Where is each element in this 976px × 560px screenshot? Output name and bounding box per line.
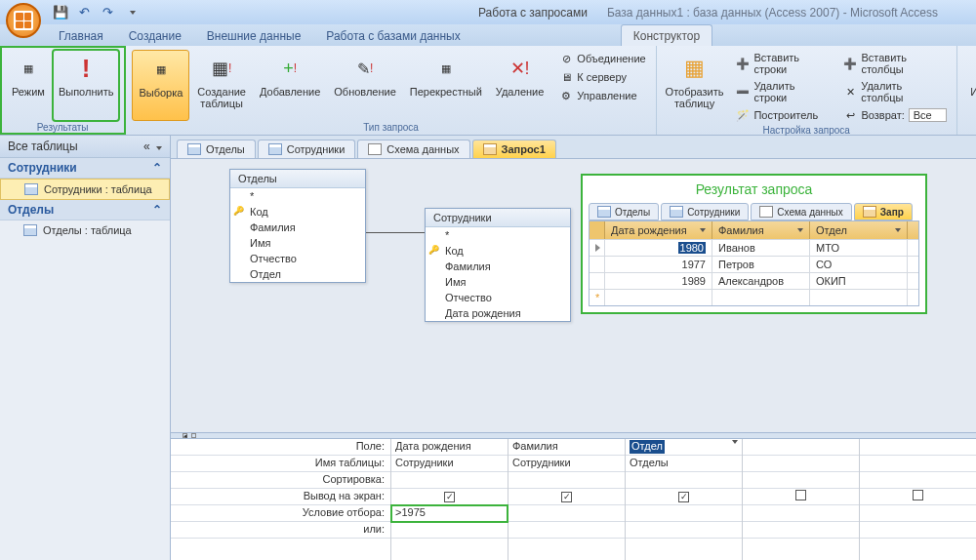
col-header-surname[interactable]: Фамилия [712, 221, 810, 239]
relationship-icon [759, 206, 773, 218]
insert-col-icon: ➕ [843, 57, 857, 70]
ribbon-tabs: Главная Создание Внешние данные Работа с… [0, 24, 976, 46]
dropdown-icon[interactable] [732, 440, 738, 444]
delete-button[interactable]: ✕! Удаление [490, 50, 550, 121]
rtab-otdely[interactable]: Отделы [589, 203, 659, 220]
ribbon: ▦ Режим ! Выполнить Результаты ▦ Выборка… [0, 46, 976, 136]
insert-row-icon: ➕ [736, 57, 750, 70]
contextual-title: Работа с запросами [478, 6, 588, 20]
tab-external[interactable]: Внешние данные [195, 25, 313, 46]
grid-col-5[interactable] [859, 439, 976, 560]
rtab-schema[interactable]: Схема данных [751, 203, 852, 220]
checkbox-icon[interactable] [795, 490, 806, 500]
tab-dbtools[interactable]: Работа с базами данных [314, 25, 471, 46]
grid-col-1[interactable]: Дата рождения Сотрудники ✓ >1975 [390, 439, 508, 560]
design-grid: Поле: Имя таблицы: Сортировка: Вывод на … [171, 438, 976, 560]
checkbox-icon[interactable]: ✓ [678, 492, 689, 502]
result-grid: Дата рождения Фамилия Отдел 1980 Иванов … [589, 220, 919, 306]
checkbox-icon[interactable]: ✓ [561, 492, 572, 502]
delete-col-icon: ✕ [843, 85, 857, 99]
navigation-pane: Все таблицы « Сотрудники⌃ Сотрудники : т… [0, 136, 171, 560]
save-icon[interactable]: 💾 [53, 5, 68, 20]
table-icon: ▦ [145, 54, 177, 85]
maketable-button[interactable]: ▦! Создание таблицы [191, 50, 252, 121]
append-button[interactable]: +! Добавление [254, 50, 326, 121]
nav-item-otdely[interactable]: Отделы : таблица [0, 220, 170, 240]
nav-group-otdely[interactable]: Отделы⌃ [0, 200, 170, 220]
view-button[interactable]: ▦ Режим [6, 50, 51, 121]
update-button[interactable]: ✎! Обновление [328, 50, 402, 121]
query-icon [483, 143, 497, 155]
result-row-new[interactable]: * [590, 289, 918, 305]
table-icon [268, 143, 282, 155]
datadef-button[interactable]: ⚙Управление [555, 87, 649, 104]
delete-cols-button[interactable]: ✕Удалить столбцы [839, 78, 950, 105]
nav-header[interactable]: Все таблицы « [0, 136, 170, 158]
design-canvas[interactable]: Отделы * Код Фамилия Имя Отчество Отдел … [171, 159, 976, 432]
rtab-sotrudniki[interactable]: Сотрудники [661, 203, 749, 220]
office-button[interactable] [6, 3, 41, 38]
checkbox-icon[interactable] [913, 490, 923, 500]
tab-home[interactable]: Главная [47, 25, 115, 46]
passthrough-button[interactable]: 🖥К серверу [555, 68, 649, 86]
sigma-icon: Σ [969, 53, 976, 84]
table-icon [23, 224, 37, 236]
row-selector-header[interactable] [590, 221, 605, 239]
group-results: ▦ Режим ! Выполнить Результаты [0, 46, 126, 135]
col-header-dept[interactable]: Отдел [810, 221, 908, 239]
table-otdely[interactable]: Отделы * Код Фамилия Имя Отчество Отдел [229, 169, 366, 283]
result-panel: Результат запроса Отделы Сотрудники Схем… [581, 174, 927, 314]
return-combo[interactable]: ↩Возврат: Все [839, 106, 950, 124]
union-button[interactable]: ⊘Объединение [555, 50, 649, 67]
table-sotrudniki[interactable]: Сотрудники * Код Фамилия Имя Отчество Да… [425, 208, 571, 322]
checkbox-icon[interactable]: ✓ [444, 492, 455, 502]
rtab-query[interactable]: Запр [854, 203, 913, 220]
delete-row-icon: ➖ [736, 85, 750, 99]
chevron-icon[interactable]: « [143, 140, 162, 153]
grid-col-3[interactable]: Отдел Отделы ✓ [625, 439, 742, 560]
join-line[interactable] [366, 232, 425, 233]
relationship-icon [368, 143, 382, 155]
grid-col-4[interactable] [742, 439, 859, 560]
totals-button[interactable]: Σ Итоги [963, 50, 976, 134]
table-exclaim-icon: ▦! [206, 53, 237, 84]
qat-dropdown-icon[interactable] [123, 5, 139, 20]
main-area: Отделы Сотрудники Схема данных Запрос1 О… [171, 136, 976, 560]
showtable-button[interactable]: ▦ Отобразить таблицу [663, 50, 727, 124]
tab-create[interactable]: Создание [117, 25, 193, 46]
tab-design[interactable]: Конструктор [621, 24, 712, 46]
select-query-button[interactable]: ▦ Выборка [132, 50, 189, 121]
exclamation-icon: ! [70, 53, 102, 84]
col-header-date[interactable]: Дата рождения [605, 221, 712, 239]
delete-rows-button[interactable]: ➖Удалить строки [732, 78, 828, 105]
table-icon [597, 206, 611, 218]
result-row[interactable]: 1977 Петров СО [590, 256, 918, 272]
group-setup: ▦ Отобразить таблицу ➕Вставить строки ➖У… [657, 46, 957, 135]
crosstab-button[interactable]: ▦ Перекрестный [404, 50, 488, 121]
union-icon: ⊘ [559, 52, 573, 65]
result-row[interactable]: 1989 Александров ОКИП [590, 272, 918, 289]
table-icon [24, 183, 38, 195]
redo-icon[interactable]: ↷ [100, 5, 115, 20]
doctab-query1[interactable]: Запрос1 [472, 140, 556, 158]
run-button[interactable]: ! Выполнить [53, 50, 119, 121]
undo-icon[interactable]: ↶ [76, 5, 92, 20]
showtable-icon: ▦ [679, 53, 711, 84]
insert-cols-button[interactable]: ➕Вставить столбцы [839, 50, 950, 77]
result-title: Результат запроса [589, 181, 919, 197]
builder-button[interactable]: 🪄Построитель [732, 106, 828, 124]
current-row-icon [595, 244, 600, 252]
grid-col-2[interactable]: Фамилия Сотрудники ✓ [508, 439, 625, 560]
insert-rows-button[interactable]: ➕Вставить строки [732, 50, 828, 77]
query-icon [863, 206, 876, 218]
doctab-otdely[interactable]: Отделы [177, 140, 256, 158]
criteria-cell[interactable]: >1975 [391, 505, 508, 522]
quick-access-toolbar: 💾 ↶ ↷ [53, 5, 139, 20]
datadef-icon: ⚙ [559, 89, 573, 102]
nav-item-sotrudniki[interactable]: Сотрудники : таблица [0, 179, 170, 200]
doctab-schema[interactable]: Схема данных [357, 140, 469, 158]
result-row[interactable]: 1980 Иванов МТО [590, 239, 918, 256]
nav-group-sotrudniki[interactable]: Сотрудники⌃ [0, 158, 170, 179]
doctab-sotrudniki[interactable]: Сотрудники [258, 140, 356, 158]
group-totals: Σ Итоги [957, 46, 976, 135]
